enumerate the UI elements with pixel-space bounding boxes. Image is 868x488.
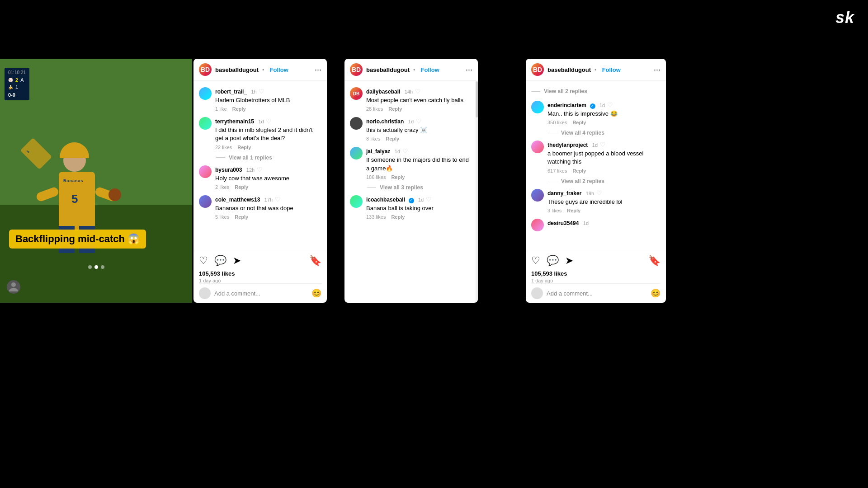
panel-2-more[interactable]: ···: [466, 65, 472, 75]
comment-reply[interactable]: Reply: [386, 136, 399, 141]
bookmark-icon[interactable]: 🔖: [309, 255, 321, 267]
comment-username: terrythemain15: [215, 118, 254, 125]
comment-reply[interactable]: Reply: [232, 106, 246, 112]
comment-reply[interactable]: Reply: [237, 145, 251, 150]
dot-1: [88, 265, 92, 269]
panel-actions: ♡ 💬 ➤ 🔖: [531, 255, 660, 267]
comment-heart[interactable]: ♡: [259, 88, 264, 95]
comment-time: 1d: [259, 119, 264, 124]
comment-heart[interactable]: ♡: [416, 117, 422, 125]
comment-time: 1d: [395, 149, 400, 154]
comment-likes: 28 likes: [366, 106, 383, 112]
comment-time: 19h: [586, 191, 594, 196]
video-panel: 01:10:21 ⚾ 2 A 🍌 1 0-0 Bananas 5: [0, 59, 192, 303]
comment-item: desiru35494 1d: [526, 216, 666, 234]
comment-panel-2: BD baseballdugout • Follow ··· DB dailyb…: [344, 59, 478, 303]
view-replies[interactable]: View all 1 replies: [193, 153, 327, 163]
panel-1-comments: robert_trail_ 1h ♡ Harlem Globetrotters …: [193, 81, 327, 251]
panel-2-follow[interactable]: Follow: [421, 66, 439, 73]
comment-text: this is actually crazy ☠️: [366, 126, 472, 134]
panel-3-follow[interactable]: Follow: [602, 66, 621, 73]
comment-body: jai_faiyaz 1d ♡ If someone in the majors…: [366, 147, 472, 179]
comment-reply[interactable]: Reply: [567, 208, 580, 213]
comment-reply[interactable]: Reply: [391, 174, 405, 180]
like-icon[interactable]: ♡: [199, 255, 208, 267]
time-ago: 1 day ago: [531, 278, 660, 283]
comment-meta: 133 likes Reply: [366, 214, 472, 220]
comment-time: 1d: [592, 142, 598, 148]
emoji-icon[interactable]: 😊: [651, 288, 660, 298]
view-all-replies[interactable]: View all 3 replies: [344, 183, 478, 192]
view-replies[interactable]: View all 4 replies: [526, 128, 666, 138]
comment-reply[interactable]: Reply: [388, 106, 402, 112]
comment-time: 1d: [599, 103, 605, 108]
comment-username: enderinciartem: [547, 102, 586, 108]
comment-body: danny_fraker 19h ♡ These guys are incred…: [547, 189, 660, 213]
comment-reply[interactable]: Reply: [391, 214, 405, 220]
panel-3-more[interactable]: ···: [654, 65, 660, 75]
panel-3-avatar: BD: [531, 63, 544, 76]
comment-icon[interactable]: 💬: [214, 255, 226, 267]
comment-username: jai_faiyaz: [366, 148, 390, 155]
time-ago: 1 day ago: [199, 278, 321, 283]
share-icon[interactable]: ➤: [565, 255, 573, 267]
comment-username: desiru35494: [547, 220, 579, 226]
like-icon[interactable]: ♡: [531, 255, 540, 267]
add-comment-input[interactable]: [547, 290, 647, 297]
comment-body: cole_matthews13 17h ♡ Bananas or not tha…: [215, 195, 321, 220]
comment-username: norio.christian: [366, 118, 404, 125]
comment-username: robert_trail_: [215, 89, 247, 95]
comment-item: bysura003 12h ♡ Holy cow that was awesom…: [193, 163, 327, 192]
comment-heart[interactable]: ♡: [426, 196, 432, 203]
comment-text: Man.. this is impressive 😂: [547, 110, 660, 118]
view-replies[interactable]: View all 2 replies: [526, 176, 666, 186]
scrollbar-thumb[interactable]: [476, 81, 478, 117]
comment-likes: 8 likes: [366, 136, 380, 141]
comment-time: 1h: [251, 89, 256, 94]
add-comment-input[interactable]: [214, 290, 308, 297]
comment-heart[interactable]: ♡: [402, 147, 408, 155]
panel-actions: ♡ 💬 ➤ 🔖: [199, 255, 321, 267]
comment-text: If someone in the majors did this to end…: [366, 156, 472, 172]
panel-1-more[interactable]: ···: [315, 65, 321, 75]
comment-meta: 1 like Reply: [215, 106, 321, 112]
panel-1-dot: •: [262, 66, 264, 73]
emoji-icon[interactable]: 😊: [311, 288, 321, 298]
dot-3: [101, 265, 104, 269]
comment-likes: 350 likes: [547, 120, 567, 125]
bookmark-icon[interactable]: 🔖: [648, 255, 660, 267]
comment-meta: 28 likes Reply: [366, 106, 472, 112]
comment-reply[interactable]: Reply: [572, 168, 586, 174]
video-caption: Backflipping mid-catch 😱: [9, 230, 146, 249]
comment-likes: 5 likes: [215, 214, 229, 220]
comment-icon[interactable]: 💬: [547, 255, 559, 267]
comment-item: danny_fraker 19h ♡ These guys are incred…: [526, 186, 666, 216]
comment-meta: 22 likes Reply: [215, 145, 321, 150]
panel-1-footer: ♡ 💬 ➤ 🔖 105,593 likes 1 day ago 😊: [193, 251, 327, 303]
comment-avatar: [199, 195, 212, 208]
comment-heart[interactable]: ♡: [415, 88, 421, 95]
view-all-replies-top[interactable]: View all 2 replies: [526, 86, 666, 96]
comment-reply[interactable]: Reply: [572, 120, 586, 125]
comment-avatar: [531, 189, 544, 202]
comment-heart[interactable]: ♡: [600, 141, 606, 148]
comment-body: norio.christian 1d ♡ this is actually cr…: [366, 117, 472, 141]
sk-logo: sk: [835, 8, 854, 27]
panel-3-dot: •: [594, 66, 597, 73]
share-icon[interactable]: ➤: [233, 255, 241, 267]
comment-reply[interactable]: Reply: [235, 184, 248, 190]
scoreboard: 01:10:21 ⚾ 2 A 🍌 1 0-0: [5, 68, 29, 100]
comment-meta: 3 likes Reply: [547, 208, 660, 213]
comment-heart[interactable]: ♡: [596, 189, 602, 197]
comment-heart[interactable]: ♡: [607, 101, 613, 108]
video-dots: [88, 265, 104, 269]
comment-heart[interactable]: ♡: [257, 166, 263, 173]
panel-1-follow[interactable]: Follow: [270, 66, 288, 73]
comment-heart[interactable]: ♡: [275, 196, 281, 203]
comment-avatar: [199, 165, 212, 178]
comment-heart[interactable]: ♡: [266, 117, 272, 125]
comment-reply[interactable]: Reply: [235, 214, 248, 220]
comment-likes: 617 likes: [547, 168, 567, 174]
comment-avatar: [350, 147, 363, 160]
comment-body: robert_trail_ 1h ♡ Harlem Globetrotters …: [215, 87, 321, 112]
